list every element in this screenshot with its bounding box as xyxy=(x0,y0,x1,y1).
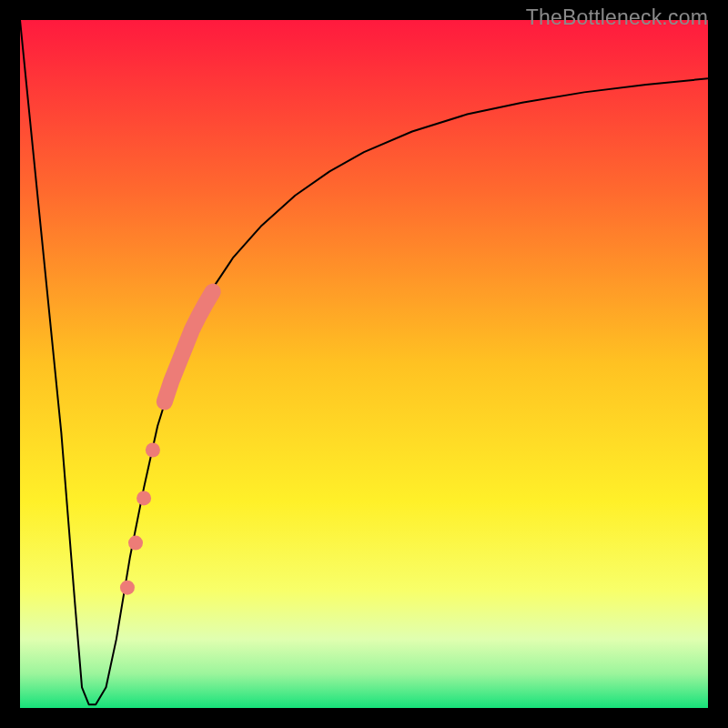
highlight-dot-2 xyxy=(128,536,143,551)
highlight-dot-1 xyxy=(136,490,151,505)
chart-container: TheBottleneck.com xyxy=(0,0,728,728)
plot-background xyxy=(20,20,708,708)
highlight-dot-3 xyxy=(120,581,135,595)
highlight-dot-0 xyxy=(146,443,160,458)
watermark-text: TheBottleneck.com xyxy=(526,5,708,30)
bottleneck-chart xyxy=(0,0,728,728)
